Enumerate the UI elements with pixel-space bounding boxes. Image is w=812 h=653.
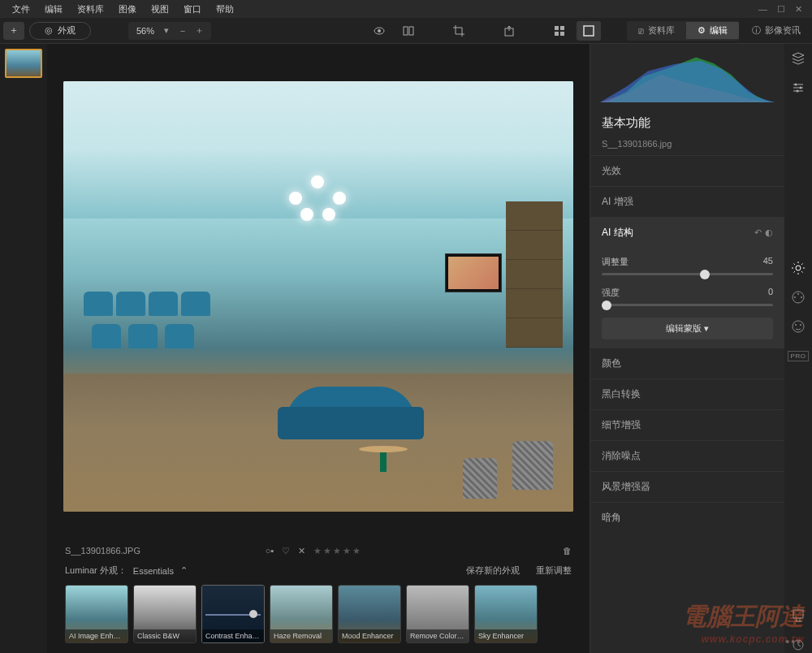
tool-color[interactable]: 颜色 <box>590 348 784 378</box>
add-button[interactable]: ＋ <box>3 22 24 40</box>
svg-rect-2 <box>404 27 408 35</box>
main: S__13901866.JPG ○▪ ♡ ✕ ★★★★★ 🗑 Luminar 外… <box>0 44 812 653</box>
menu-view[interactable]: 视图 <box>144 2 176 17</box>
heart-icon[interactable]: ♡ <box>282 546 290 556</box>
image-canvas[interactable] <box>63 81 573 512</box>
menu-file[interactable]: 文件 <box>5 2 37 17</box>
chevron-up-icon[interactable]: ⌃ <box>180 565 188 576</box>
tab-library[interactable]: ⎚ 资料库 <box>627 22 686 39</box>
strength-slider[interactable] <box>602 304 773 306</box>
amount-value: 45 <box>763 256 773 268</box>
save-look-button[interactable]: 保存新的外观 <box>466 564 520 577</box>
zoom-group: 56% ▾ − ＋ <box>128 22 211 40</box>
svg-point-11 <box>800 87 802 89</box>
zoom-out-button[interactable]: − <box>175 26 190 36</box>
sliders-icon: ⚙ <box>698 25 706 36</box>
svg-rect-9 <box>584 26 594 36</box>
right-rail: PRO <box>784 44 812 653</box>
tool-vignette[interactable]: 暗角 <box>590 502 784 533</box>
preset-sky[interactable]: Sky Enhancer <box>474 585 538 643</box>
canvas-icon[interactable] <box>790 608 806 624</box>
svg-point-18 <box>793 321 804 332</box>
svg-point-19 <box>795 324 797 326</box>
panel-filename: S__13901866.jpg <box>590 137 784 155</box>
svg-rect-6 <box>560 26 564 30</box>
svg-rect-5 <box>555 26 559 30</box>
preset-ai-enhance[interactable]: AI Image Enhan… <box>65 585 128 643</box>
export-icon[interactable] <box>497 21 521 41</box>
looks-category[interactable]: Essentials <box>133 566 174 576</box>
tool-ai-structure[interactable]: AI 结构 ↶ ◐ <box>590 217 784 248</box>
preview-eye-icon[interactable] <box>367 21 391 41</box>
svg-point-13 <box>796 266 801 270</box>
face-icon[interactable] <box>790 318 806 335</box>
center-area: S__13901866.JPG ○▪ ♡ ✕ ★★★★★ 🗑 Luminar 外… <box>47 44 590 653</box>
menu-edit[interactable]: 编辑 <box>37 2 70 17</box>
tool-detail[interactable]: 细节增强 <box>590 409 784 440</box>
edit-mask-button[interactable]: 编辑蒙版 ▾ <box>602 318 773 339</box>
close-button[interactable]: ✕ <box>795 4 802 15</box>
amount-label: 调整量 <box>602 256 628 268</box>
pro-badge[interactable]: PRO <box>790 348 806 364</box>
amount-slider[interactable] <box>602 273 773 275</box>
tab-edit[interactable]: ⚙ 编辑 <box>686 22 739 39</box>
zoom-dropdown-icon[interactable]: ▾ <box>159 25 174 36</box>
looks-header: Luminar 外观： Essentials ⌃ 保存新的外观 重新调整 <box>47 561 590 580</box>
flag-icon[interactable]: ○▪ <box>266 546 274 556</box>
tool-light[interactable]: 光效 <box>590 155 784 186</box>
svg-point-12 <box>797 90 799 93</box>
mode-tabs: ⎚ 资料库 ⚙ 编辑 <box>627 21 739 41</box>
library-icon: ⎚ <box>638 26 644 36</box>
strength-value: 0 <box>768 287 773 299</box>
undo-icon[interactable]: ↶ <box>754 227 762 238</box>
visibility-icon[interactable]: ◐ <box>765 227 773 238</box>
preset-classic-bw[interactable]: Classic B&W <box>133 585 197 643</box>
menu-help[interactable]: 帮助 <box>209 2 241 17</box>
reject-icon[interactable]: ✕ <box>298 546 305 556</box>
menu-image[interactable]: 图像 <box>111 2 144 17</box>
canvas-wrap <box>47 44 590 540</box>
svg-rect-21 <box>793 610 803 618</box>
thumbnail-selected[interactable] <box>5 49 42 78</box>
preset-haze[interactable]: Haze Removal <box>270 585 333 643</box>
menu-bar: 文件 编辑 资料库 图像 视图 窗口 帮助 — ☐ ✕ <box>0 0 812 18</box>
grid-view-icon[interactable] <box>547 21 572 41</box>
tool-denoise[interactable]: 消除噪点 <box>590 440 784 471</box>
look-label: 外观 <box>58 24 76 37</box>
menu-library[interactable]: 资料库 <box>70 2 111 17</box>
zoom-value[interactable]: 56% <box>133 26 158 36</box>
preset-mood[interactable]: Mood Enhancer <box>338 585 401 643</box>
look-button[interactable]: ◎ 外观 <box>29 22 91 40</box>
look-icon: ◎ <box>45 25 53 36</box>
histogram[interactable] <box>590 44 784 109</box>
trash-icon[interactable]: 🗑 <box>563 546 572 556</box>
svg-rect-7 <box>555 32 559 36</box>
sun-icon[interactable] <box>790 260 806 276</box>
image-info-bar: S__13901866.JPG ○▪ ♡ ✕ ★★★★★ 🗑 <box>47 540 590 561</box>
crop-icon[interactable] <box>447 21 471 41</box>
svg-rect-8 <box>560 32 564 36</box>
zoom-in-button[interactable]: ＋ <box>192 24 206 37</box>
tool-bw[interactable]: 黑白转换 <box>590 378 784 409</box>
single-view-icon[interactable] <box>577 21 601 41</box>
tool-ai-enhance[interactable]: AI 增强 <box>590 186 784 217</box>
strength-label: 强度 <box>602 287 620 299</box>
palette-icon[interactable] <box>790 289 806 305</box>
compare-icon[interactable] <box>396 21 421 41</box>
svg-point-20 <box>800 324 801 326</box>
minimize-button[interactable]: — <box>758 4 767 15</box>
layers-icon[interactable] <box>790 50 806 67</box>
maximize-button[interactable]: ☐ <box>777 4 785 15</box>
rating-stars[interactable]: ★★★★★ <box>313 546 362 556</box>
svg-rect-3 <box>409 27 413 35</box>
adjustments-icon[interactable] <box>790 80 806 96</box>
looks-label: Luminar 外观： <box>65 564 127 577</box>
reset-look-button[interactable]: 重新调整 <box>536 564 572 577</box>
menu-window[interactable]: 窗口 <box>176 2 209 17</box>
tool-landscape[interactable]: 风景增强器 <box>590 471 784 502</box>
preset-remove-color[interactable]: Remove Color… <box>406 585 469 643</box>
more-dots-icon[interactable]: ••• <box>785 635 802 648</box>
info-button[interactable]: ⓘ 影像资讯 <box>744 22 809 39</box>
filename-label: S__13901866.JPG <box>65 546 266 556</box>
preset-contrast[interactable]: Contrast Enhan… <box>201 585 265 643</box>
